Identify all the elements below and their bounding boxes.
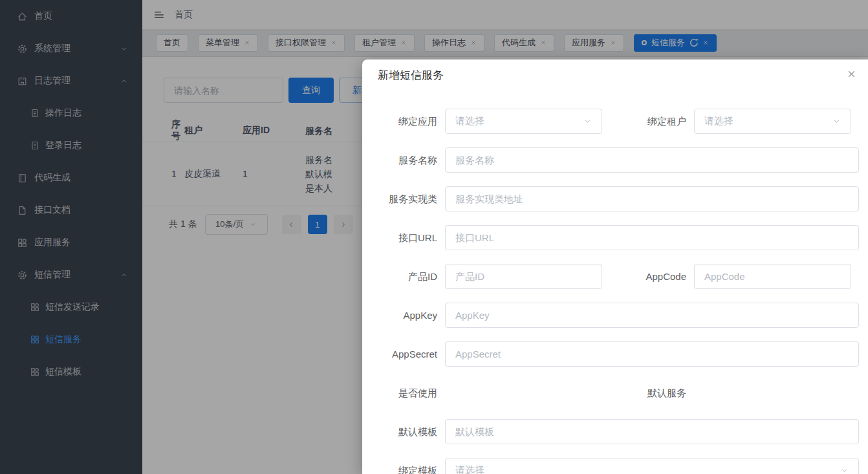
field-label: AppSecret	[378, 341, 445, 367]
field-label: 接口URL	[378, 225, 445, 250]
product-id-field[interactable]	[445, 264, 602, 289]
api-url-field[interactable]	[445, 225, 859, 250]
field-label: 默认模板	[378, 419, 445, 444]
form-row: AppKey	[378, 303, 868, 341]
field-label: AppKey	[378, 303, 445, 328]
field-label: 产品ID	[378, 264, 445, 289]
form-row: 绑定应用 请选择 绑定租户 请选择	[378, 109, 868, 147]
form-row: 接口URL	[378, 225, 868, 264]
bind-app-select[interactable]: 请选择	[445, 109, 602, 134]
dialog-form: 绑定应用 请选择 绑定租户 请选择 服务名称 服务实现类	[362, 109, 868, 474]
toggle-knob	[446, 382, 457, 392]
close-icon[interactable]	[845, 67, 858, 81]
select-placeholder: 请选择	[455, 115, 484, 127]
form-row: 默认模板	[378, 419, 868, 458]
chevron-down-icon	[583, 117, 592, 125]
bind-template-select[interactable]: 请选择	[445, 458, 859, 474]
dialog-title: 新增短信服务	[378, 68, 444, 83]
service-class-field[interactable]	[445, 186, 859, 211]
field-label: 默认服务	[602, 380, 694, 405]
chevron-down-icon	[840, 466, 849, 474]
form-row: 产品ID AppCode	[378, 264, 868, 303]
select-placeholder: 请选择	[704, 115, 733, 127]
add-sms-service-dialog: 新增短信服务 绑定应用 请选择 绑定租户 请选择 服务名称	[362, 59, 868, 474]
app-root: 首页 系统管理 日志管理 操作日志 登录日志 代码生成 接口文档	[0, 0, 868, 474]
service-name-field[interactable]	[445, 147, 859, 173]
form-row: AppSecret	[378, 341, 868, 380]
toggle-knob	[695, 382, 706, 392]
chevron-down-icon	[832, 117, 841, 125]
form-row: 绑定模板 请选择	[378, 458, 868, 474]
appkey-field[interactable]	[445, 303, 859, 328]
form-row: 服务实现类	[378, 186, 868, 225]
field-label: 绑定租户	[602, 109, 694, 134]
field-label: 是否使用	[378, 380, 445, 405]
field-label: AppCode	[602, 264, 694, 289]
field-label: 绑定应用	[378, 109, 445, 134]
appsecret-field[interactable]	[445, 341, 859, 367]
field-label: 绑定模板	[378, 458, 445, 474]
field-label: 服务实现类	[378, 186, 445, 211]
default-template-field[interactable]	[445, 419, 859, 444]
select-placeholder: 请选择	[455, 464, 484, 474]
appcode-field[interactable]	[694, 264, 851, 289]
field-label: 服务名称	[378, 147, 445, 173]
form-row: 服务名称	[378, 147, 868, 186]
form-row: 是否使用 默认服务	[378, 380, 868, 419]
bind-tenant-select[interactable]: 请选择	[694, 109, 851, 134]
